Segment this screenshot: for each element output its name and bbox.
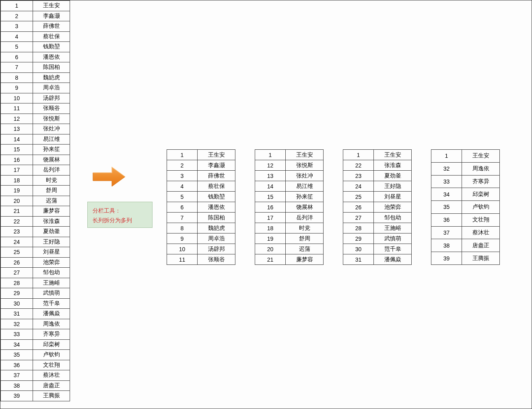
row-number[interactable]: 1 <box>343 150 374 160</box>
table-row[interactable]: 39王腾振 <box>1 391 70 401</box>
table-row[interactable]: 4蔡壮保 <box>167 181 235 192</box>
row-name[interactable]: 汤辟邦 <box>33 93 70 103</box>
row-number[interactable]: 38 <box>431 239 462 252</box>
row-number[interactable]: 8 <box>167 223 198 233</box>
row-name[interactable]: 薛佛世 <box>33 21 70 32</box>
row-number[interactable]: 15 <box>255 192 286 202</box>
table-row[interactable]: 17岳列洋 <box>1 165 70 176</box>
row-number[interactable]: 16 <box>255 202 286 213</box>
row-number[interactable]: 21 <box>1 206 33 217</box>
row-number[interactable]: 19 <box>255 233 286 244</box>
row-name[interactable]: 孙来笙 <box>33 145 70 155</box>
row-number[interactable]: 1 <box>431 150 462 163</box>
row-number[interactable]: 21 <box>255 254 286 265</box>
row-name[interactable]: 廉梦容 <box>33 206 70 217</box>
table-row[interactable]: 35卢钦钧 <box>431 201 500 214</box>
table-row[interactable]: 30范千皋 <box>343 244 412 254</box>
table-row[interactable]: 3薛佛世 <box>167 171 235 181</box>
row-number[interactable]: 13 <box>1 124 33 134</box>
row-number[interactable]: 1 <box>167 150 198 160</box>
table-row[interactable]: 33齐寒异 <box>1 329 70 340</box>
table-row[interactable]: 18时党 <box>255 223 324 233</box>
row-name[interactable]: 王施峪 <box>33 278 70 288</box>
row-number[interactable]: 27 <box>1 268 33 278</box>
row-number[interactable]: 31 <box>1 309 33 319</box>
table-row[interactable]: 34邱栾树 <box>1 339 70 350</box>
table-row[interactable]: 27邹包幼 <box>343 213 412 223</box>
row-name[interactable]: 齐寒异 <box>462 175 500 188</box>
table-row[interactable]: 5钱勤堃 <box>167 192 235 202</box>
row-number[interactable]: 34 <box>431 188 462 201</box>
row-name[interactable]: 魏皑虎 <box>33 72 70 83</box>
row-number[interactable]: 23 <box>343 171 374 181</box>
row-name[interactable]: 舒周 <box>286 233 324 244</box>
row-name[interactable]: 文壮翔 <box>462 213 500 226</box>
row-name[interactable]: 夏劲釜 <box>374 171 412 181</box>
table-row[interactable]: 11张顺谷 <box>1 103 70 114</box>
table-row[interactable]: 22张淮森 <box>343 160 412 171</box>
table-row[interactable]: 1王生安 <box>343 150 412 160</box>
row-name[interactable]: 武慎萌 <box>374 233 412 244</box>
row-name[interactable]: 迟蒲 <box>33 196 70 206</box>
row-name[interactable]: 易江维 <box>33 134 70 145</box>
table-row[interactable]: 20迟蒲 <box>1 196 70 206</box>
row-number[interactable]: 5 <box>1 42 33 52</box>
table-row[interactable]: 30范千皋 <box>1 298 70 309</box>
table-row[interactable]: 19舒周 <box>1 186 70 196</box>
row-number[interactable]: 28 <box>343 223 374 233</box>
row-number[interactable]: 24 <box>1 237 33 247</box>
row-name[interactable]: 岳列洋 <box>286 213 324 223</box>
row-number[interactable]: 3 <box>167 171 198 181</box>
row-name[interactable]: 蔡沐壮 <box>462 226 500 239</box>
row-name[interactable]: 夏劲釜 <box>33 227 70 237</box>
row-name[interactable]: 时党 <box>33 175 70 186</box>
table-row[interactable]: 31潘佩焱 <box>1 309 70 319</box>
row-number[interactable]: 7 <box>167 213 198 223</box>
row-name[interactable]: 卢钦钧 <box>462 201 500 214</box>
row-number[interactable]: 12 <box>255 160 286 171</box>
table-row[interactable]: 8魏皑虎 <box>1 72 70 83</box>
table-row[interactable]: 18时党 <box>1 175 70 186</box>
row-number[interactable]: 1 <box>1 1 33 11</box>
table-row[interactable]: 38唐盎正 <box>1 380 70 391</box>
row-number[interactable]: 1 <box>255 150 286 160</box>
table-row[interactable]: 12张悦斯 <box>255 160 324 171</box>
row-number[interactable]: 17 <box>255 213 286 223</box>
table-row[interactable]: 24王好隐 <box>1 237 70 247</box>
row-name[interactable]: 王好隐 <box>33 237 70 247</box>
row-number[interactable]: 29 <box>343 233 374 244</box>
row-number[interactable]: 25 <box>343 192 374 202</box>
table-row[interactable]: 23夏劲釜 <box>343 171 412 181</box>
row-number[interactable]: 16 <box>1 155 33 165</box>
table-row[interactable]: 6潘恩依 <box>1 52 70 62</box>
row-number[interactable]: 11 <box>167 254 198 265</box>
row-number[interactable]: 15 <box>1 145 33 155</box>
row-number[interactable]: 20 <box>255 244 286 254</box>
table-row[interactable]: 6潘恩依 <box>167 202 235 213</box>
table-row[interactable]: 15孙来笙 <box>255 192 324 202</box>
table-row[interactable]: 15孙来笙 <box>1 145 70 155</box>
row-name[interactable]: 迟蒲 <box>286 244 324 254</box>
row-name[interactable]: 孙来笙 <box>286 192 324 202</box>
row-name[interactable]: 张顺谷 <box>198 254 235 265</box>
table-row[interactable]: 23夏劲釜 <box>1 227 70 237</box>
row-number[interactable]: 20 <box>1 196 33 206</box>
table-row[interactable]: 10汤辟邦 <box>1 93 70 103</box>
row-name[interactable]: 王生安 <box>374 150 412 160</box>
row-name[interactable]: 邱栾树 <box>462 188 500 201</box>
row-number[interactable]: 2 <box>1 11 33 21</box>
table-row[interactable]: 29武慎萌 <box>343 233 412 244</box>
row-name[interactable]: 武慎萌 <box>33 288 70 299</box>
table-row[interactable]: 14易江维 <box>1 134 70 145</box>
row-name[interactable]: 潘恩依 <box>33 52 70 62</box>
row-name[interactable]: 饶展林 <box>286 202 324 213</box>
row-number[interactable]: 39 <box>431 252 462 265</box>
row-name[interactable]: 陈国柏 <box>33 62 70 73</box>
row-name[interactable]: 邱栾树 <box>33 339 70 350</box>
table-row[interactable]: 26池荣弈 <box>343 202 412 213</box>
table-row[interactable]: 34邱栾树 <box>431 188 500 201</box>
row-name[interactable]: 时党 <box>286 223 324 233</box>
table-row[interactable]: 17岳列洋 <box>255 213 324 223</box>
row-name[interactable]: 王生安 <box>33 1 70 11</box>
row-name[interactable]: 周逸依 <box>462 162 500 175</box>
